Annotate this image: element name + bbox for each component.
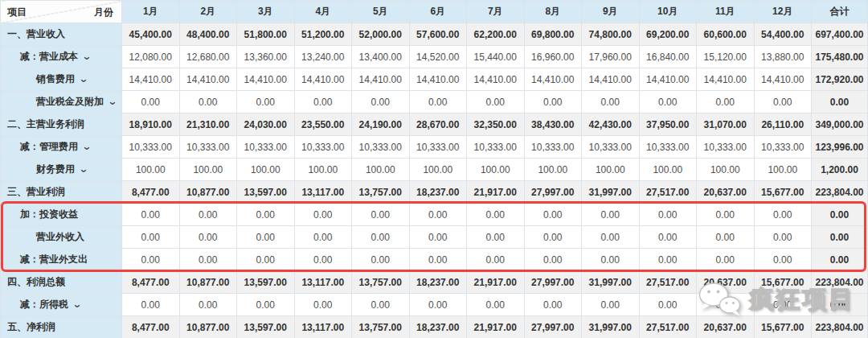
value-cell: 26,110.00 (754, 113, 812, 136)
value-cell: 0.00 (582, 226, 640, 249)
value-cell: 0.00 (237, 91, 295, 113)
value-cell: 0.00 (237, 226, 295, 249)
corner-header: 项目 月份 (1, 1, 122, 23)
value-cell: 0.00 (294, 249, 352, 271)
value-cell: 14,410.00 (754, 68, 812, 91)
table-row: 减：营业外支出0.000.000.000.000.000.000.000.000… (1, 249, 868, 271)
row-label: 销售费用⌄ (1, 68, 122, 91)
value-cell: 0.00 (122, 294, 180, 316)
value-cell: 123,996.00 (812, 136, 868, 159)
value-cell: 0.00 (409, 226, 467, 249)
value-cell: 18,910.00 (122, 113, 180, 136)
value-cell: 14,410.00 (294, 68, 352, 91)
value-cell: 0.00 (237, 249, 295, 271)
value-cell: 27,997.00 (524, 181, 582, 204)
value-cell: 0.00 (179, 294, 237, 316)
chevron-down-icon[interactable]: ⌄ (108, 96, 118, 107)
row-label: 营业税金及附加⌄ (1, 91, 122, 113)
value-cell: 14,410.00 (524, 68, 582, 91)
value-cell: 0.00 (179, 226, 237, 249)
value-cell: 27,997.00 (524, 271, 582, 294)
row-label-text: 财务费用 (36, 163, 75, 175)
value-cell: 0.00 (352, 249, 410, 271)
value-cell: 100.00 (524, 159, 582, 181)
value-cell: 14,410.00 (467, 68, 525, 91)
value-cell: 0.00 (179, 91, 237, 113)
value-cell: 0.00 (467, 226, 525, 249)
value-cell: 0.00 (122, 226, 180, 249)
chevron-down-icon[interactable]: ⌄ (82, 141, 92, 152)
value-cell: 8,477.00 (122, 316, 180, 338)
value-cell: 0.00 (812, 226, 868, 249)
value-cell: 13,880.00 (754, 46, 812, 68)
value-cell: 69,800.00 (524, 23, 582, 46)
row-label-text: 四、利润总额 (7, 276, 65, 287)
value-cell: 74,800.00 (582, 23, 640, 46)
value-cell: 0.00 (697, 226, 755, 249)
value-cell: 27,517.00 (639, 271, 697, 294)
value-cell: 10,333.00 (179, 136, 237, 159)
value-cell: 0.00 (294, 204, 352, 226)
row-label: 营业外收入 (1, 226, 122, 249)
value-cell: 13,757.00 (352, 271, 410, 294)
value-cell: 100.00 (237, 159, 295, 181)
value-cell: 100.00 (697, 159, 755, 181)
value-cell: 62,200.00 (467, 23, 525, 46)
value-cell: 18,237.00 (409, 271, 467, 294)
value-cell: 21,917.00 (467, 271, 525, 294)
value-cell: 0.00 (582, 91, 640, 113)
column-header-4月: 4月 (294, 1, 352, 23)
value-cell: 10,333.00 (409, 136, 467, 159)
row-label-text: 三、营业利润 (7, 186, 65, 197)
value-cell: 0.00 (812, 91, 868, 113)
value-cell: 100.00 (352, 159, 410, 181)
value-cell: 13,757.00 (352, 316, 410, 338)
value-cell: 14,410.00 (409, 68, 467, 91)
value-cell: 13,400.00 (352, 46, 410, 68)
value-cell: 21,917.00 (467, 181, 525, 204)
value-cell: 42,430.00 (582, 113, 640, 136)
value-cell: 24,190.00 (352, 113, 410, 136)
value-cell: 60,600.00 (697, 23, 755, 46)
value-cell: 0.00 (409, 204, 467, 226)
value-cell: 0.00 (352, 91, 410, 113)
value-cell: 8,477.00 (122, 271, 180, 294)
chevron-down-icon[interactable]: ⌄ (79, 73, 89, 84)
value-cell: 0.00 (352, 226, 410, 249)
value-cell: 100.00 (582, 159, 640, 181)
value-cell: 10,333.00 (582, 136, 640, 159)
value-cell: 13,597.00 (237, 316, 295, 338)
value-cell: 69,200.00 (639, 23, 697, 46)
table-row: 营业外收入0.000.000.000.000.000.000.000.000.0… (1, 226, 868, 249)
column-header-9月: 9月 (582, 1, 640, 23)
value-cell: 27,517.00 (639, 316, 697, 338)
value-cell: 100.00 (754, 159, 812, 181)
value-cell: 10,333.00 (294, 136, 352, 159)
value-cell: 18,237.00 (409, 181, 467, 204)
table-row: 二、主营业务利润18,910.0021,310.0024,030.0023,55… (1, 113, 868, 136)
value-cell: 0.00 (754, 249, 812, 271)
value-cell: 15,677.00 (754, 181, 812, 204)
value-cell: 0.00 (582, 204, 640, 226)
value-cell: 23,550.00 (294, 113, 352, 136)
row-label-text: 减：营业成本 (20, 51, 78, 62)
value-cell: 0.00 (122, 249, 180, 271)
value-cell: 0.00 (467, 91, 525, 113)
chevron-down-icon[interactable]: ⌄ (79, 163, 89, 175)
value-cell: 15,677.00 (754, 316, 812, 338)
value-cell: 14,520.00 (409, 46, 467, 68)
value-cell: 0.00 (467, 249, 525, 271)
chevron-down-icon[interactable]: ⌄ (72, 299, 83, 310)
value-cell: 0.00 (812, 204, 868, 226)
chevron-down-icon[interactable]: ⌄ (82, 51, 92, 62)
value-cell: 0.00 (294, 294, 352, 316)
header-row: 项目 月份 1月2月3月4月5月6月7月8月9月10月11月12月合计 (1, 1, 868, 23)
value-cell: 349,000.00 (812, 113, 868, 136)
value-cell: 0.00 (812, 249, 868, 271)
value-cell: 12,680.00 (179, 46, 237, 68)
value-cell: 13,117.00 (294, 181, 352, 204)
value-cell: 15,677.00 (754, 271, 812, 294)
value-cell: 1,200.00 (812, 159, 868, 181)
value-cell: 12,080.00 (122, 46, 180, 68)
table-row: 一、营业收入45,400.0048,400.0051,800.0051,200.… (1, 23, 868, 46)
